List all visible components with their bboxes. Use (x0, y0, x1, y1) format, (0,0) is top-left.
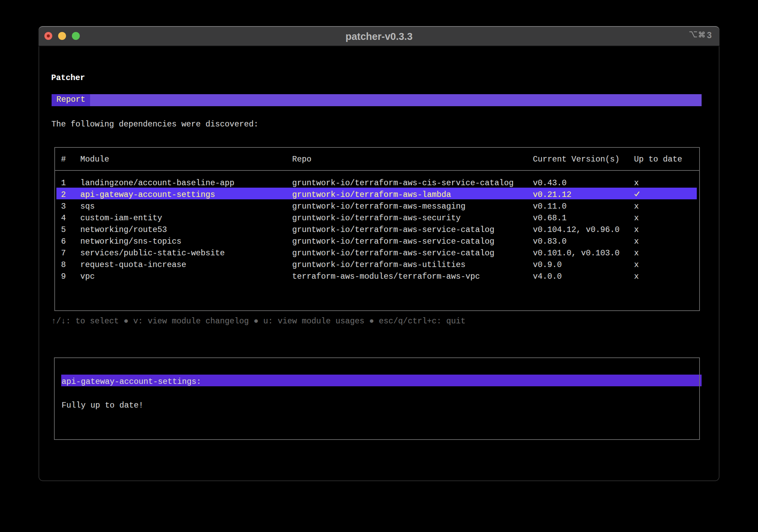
svg-text:3: 3 (707, 30, 712, 40)
